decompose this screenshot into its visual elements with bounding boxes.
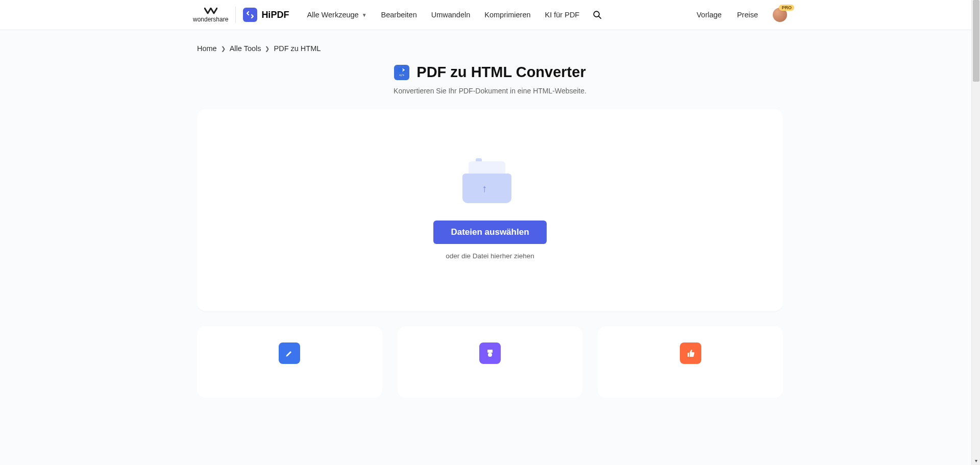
svg-point-0	[594, 11, 599, 17]
nav-template[interactable]: Vorlage	[690, 6, 728, 24]
feature-card-easy	[598, 326, 783, 398]
nav-pricing-label: Preise	[737, 11, 758, 19]
breadcrumb-all-tools[interactable]: Alle Tools	[230, 44, 261, 53]
svg-text:</>: </>	[399, 74, 405, 77]
scrollbar-down-arrow[interactable]: ▾	[972, 456, 980, 465]
wondershare-logo-text: wondershare	[193, 16, 228, 23]
svg-point-6	[488, 353, 492, 357]
hipdf-mark-icon	[243, 8, 257, 22]
nav-edit-label: Bearbeiten	[381, 11, 417, 19]
logo-group: wondershare HiPDF	[193, 7, 289, 23]
hipdf-logo-text: HiPDF	[261, 10, 289, 20]
chevron-right-icon: ❯	[265, 45, 270, 52]
svg-line-1	[599, 16, 601, 18]
svg-rect-5	[487, 350, 493, 353]
page-title: PDF zu HTML Converter	[416, 64, 585, 81]
nav-compress-label: Komprimieren	[484, 11, 530, 19]
nav-all-tools-label: Alle Werkzeuge	[307, 11, 358, 19]
hipdf-logo[interactable]: HiPDF	[243, 8, 289, 22]
nav-template-label: Vorlage	[697, 11, 722, 19]
nav-all-tools[interactable]: Alle Werkzeuge ▼	[300, 6, 373, 24]
breadcrumb: Home ❯ Alle Tools ❯ PDF zu HTML	[197, 30, 783, 59]
upload-folder-icon: ↑	[459, 157, 521, 208]
search-button[interactable]	[590, 8, 604, 22]
feature-card-quality	[398, 326, 583, 398]
nav-edit[interactable]: Bearbeiten	[375, 6, 424, 24]
main-header: wondershare HiPDF Alle Werkzeuge ▼ Bearb…	[0, 0, 980, 30]
search-icon	[593, 10, 602, 19]
page-content: Home ❯ Alle Tools ❯ PDF zu HTML </> PDF …	[194, 30, 786, 428]
nav-convert[interactable]: Umwandeln	[425, 6, 477, 24]
feature-cards-row	[197, 326, 783, 398]
pro-badge: PRO	[779, 5, 794, 11]
chevron-down-icon: ▼	[362, 12, 367, 18]
wondershare-logo[interactable]: wondershare	[193, 7, 236, 23]
medal-feature-icon	[479, 342, 501, 364]
breadcrumb-home[interactable]: Home	[197, 44, 217, 53]
chevron-right-icon: ❯	[221, 45, 226, 52]
upload-dropzone[interactable]: ↑ Dateien auswählen oder die Datei hierh…	[197, 109, 783, 311]
pdf-to-html-icon: </>	[394, 65, 409, 80]
edit-feature-icon	[279, 342, 300, 364]
feature-card-edit	[197, 326, 382, 398]
nav-convert-label: Umwandeln	[431, 11, 471, 19]
scrollbar-thumb[interactable]	[973, 0, 979, 82]
primary-nav: Alle Werkzeuge ▼ Bearbeiten Umwandeln Ko…	[300, 6, 604, 24]
header-right: Vorlage Preise PRO	[690, 6, 787, 24]
choose-files-button[interactable]: Dateien auswählen	[433, 221, 546, 244]
breadcrumb-current: PDF zu HTML	[274, 44, 321, 53]
nav-ai-pdf[interactable]: KI für PDF	[538, 6, 586, 24]
nav-pricing[interactable]: Preise	[730, 6, 765, 24]
vertical-scrollbar[interactable]: ▾	[971, 0, 980, 465]
nav-ai-pdf-label: KI für PDF	[545, 11, 580, 19]
account-menu[interactable]: PRO	[773, 8, 787, 22]
page-subtitle: Konvertieren Sie Ihr PDF-Dokument in ein…	[197, 87, 783, 95]
nav-compress[interactable]: Komprimieren	[478, 6, 537, 24]
thumbs-up-feature-icon	[680, 342, 701, 364]
drop-hint-text: oder die Datei hierher ziehen	[446, 252, 534, 260]
